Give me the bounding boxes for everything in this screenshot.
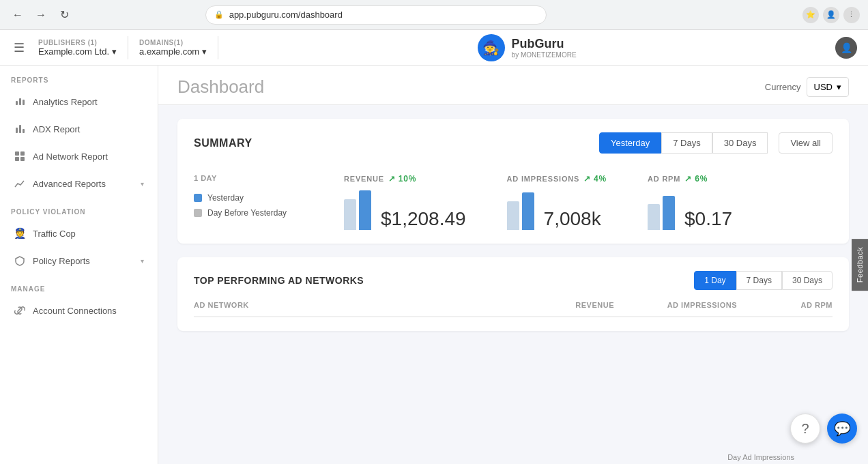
view-all-button[interactable]: View all (779, 132, 833, 154)
logo-container: 🧙 PubGuru by MONETIZEMORE (478, 34, 577, 61)
sidebar-item-policy-reports[interactable]: Policy Reports ▾ (3, 248, 155, 274)
top-performing-tabs: 1 Day 7 Days 30 Days (694, 271, 833, 290)
publisher-block: PUBLISHERS (1) Example.com Ltd. ▾ (27, 36, 128, 59)
extensions-button[interactable]: ⭐ (802, 7, 819, 23)
logo-center: 🧙 PubGuru by MONETIZEMORE (218, 34, 835, 61)
adx-report-label: ADX Report (33, 124, 144, 134)
revenue-bars (344, 189, 371, 230)
sidebar-item-adx-report[interactable]: ADX Report (3, 116, 155, 142)
address-bar[interactable]: 🔒 app.pubguru.com/dashboard (205, 5, 547, 25)
advanced-reports-label: Advanced Reports (33, 179, 134, 189)
sidebar-item-advanced-reports[interactable]: Advanced Reports ▾ (3, 171, 155, 197)
ad-impressions-bar-curr (522, 192, 534, 230)
currency-section: Currency USD ▾ (765, 77, 849, 97)
adx-icon (14, 123, 26, 135)
summary-controls: Yesterday 7 Days 30 Days View all (599, 132, 833, 154)
url-text: app.pubguru.com/dashboard (229, 10, 343, 20)
help-button[interactable]: ? (790, 414, 820, 444)
top-performing-header: TOP PERFORMING AD NETWORKS 1 Day 7 Days … (194, 271, 833, 290)
logo-name: PubGuru (512, 37, 564, 51)
hamburger-button[interactable]: ☰ (11, 38, 27, 58)
top-tab-7days[interactable]: 7 Days (736, 271, 782, 290)
browser-actions: ⭐ 👤 ⋮ (802, 7, 860, 23)
publisher-name-dropdown[interactable]: Example.com Ltd. ▾ (38, 46, 117, 57)
sidebar-item-ad-network-report[interactable]: Ad Network Report (3, 143, 155, 169)
sidebar-item-traffic-cop[interactable]: 👮 Traffic Cop (3, 220, 155, 246)
ad-impressions-bar-prev (507, 201, 519, 230)
revenue-trend: ↗ 10% (388, 174, 416, 184)
grid-icon (14, 150, 26, 162)
main-content: Dashboard Currency USD ▾ SUMMARY Yesterd… (158, 66, 868, 464)
legend-yesterday-label: Yesterday (207, 193, 244, 203)
period-label: 1 DAY (194, 174, 344, 182)
table-header: Ad Network Revenue Ad Impressions Ad RPM (194, 301, 833, 317)
day-ad-impressions-label: Day Ad Impressions (722, 450, 800, 464)
legend-dot-day-before (194, 209, 202, 217)
domain-name-dropdown[interactable]: a.example.com ▾ (139, 46, 207, 57)
avatar-button[interactable]: 👤 (835, 37, 857, 59)
menu-button[interactable]: ⋮ (843, 7, 860, 23)
refresh-button[interactable]: ↻ (55, 5, 74, 25)
link-icon (14, 304, 26, 317)
col-ad-rpm: Ad RPM (737, 301, 833, 309)
sidebar-item-account-connections[interactable]: Account Connections (3, 298, 155, 323)
ad-impressions-bars (507, 189, 534, 230)
metric-ad-rpm: AD RPM ↗ 6% $0.17 (648, 174, 732, 230)
chevron-down-icon: ▾ (112, 46, 117, 57)
chevron-down-icon: ▾ (202, 46, 207, 57)
summary-legend: 1 DAY Yesterday Day Before Yesterday (194, 167, 344, 230)
summary-header: SUMMARY Yesterday 7 Days 30 Days View al… (194, 132, 833, 154)
revenue-value-row: $1,208.49 (344, 189, 466, 230)
shield-icon (14, 255, 26, 267)
analytics-report-label: Analytics Report (33, 97, 144, 107)
ad-rpm-value-row: $0.17 (648, 189, 732, 230)
top-performing-title: TOP PERFORMING AD NETWORKS (194, 275, 364, 286)
ad-impressions-value: 7,008k (544, 208, 601, 230)
header-right: 👤 (835, 37, 857, 59)
feedback-tab[interactable]: Feedback (852, 239, 868, 291)
browser-bar: ← → ↻ 🔒 app.pubguru.com/dashboard ⭐ 👤 ⋮ (0, 0, 868, 30)
chevron-down-icon: ▾ (141, 257, 144, 265)
domains-label: DOMAINS(1) (139, 39, 207, 46)
legend-day-before-label: Day Before Yesterday (207, 208, 287, 218)
col-revenue: Revenue (505, 301, 614, 309)
ad-rpm-trend: ↗ 6% (684, 174, 708, 184)
account-connections-label: Account Connections (33, 306, 144, 316)
page-title: Dashboard (177, 76, 264, 98)
domain-block: DOMAINS(1) a.example.com ▾ (128, 36, 218, 59)
svg-rect-0 (15, 151, 19, 156)
publishers-label: PUBLISHERS (1) (38, 39, 117, 46)
help-icon: ? (801, 421, 809, 437)
top-tab-1day[interactable]: 1 Day (694, 271, 736, 290)
tab-30days[interactable]: 30 Days (712, 132, 768, 154)
chart-icon (14, 177, 26, 190)
sidebar-item-analytics-report[interactable]: Analytics Report (3, 89, 155, 115)
legend-day-before: Day Before Yesterday (194, 208, 344, 218)
metric-ad-impressions: AD IMPRESSIONS ↗ 4% 7,008k (507, 174, 607, 230)
summary-tabs: Yesterday 7 Days 30 Days (599, 132, 774, 154)
top-tab-30days[interactable]: 30 Days (782, 271, 833, 290)
page-header: Dashboard Currency USD ▾ (158, 66, 868, 105)
col-ad-network: Ad Network (194, 301, 505, 309)
app-header: ☰ PUBLISHERS (1) Example.com Ltd. ▾ DOMA… (0, 30, 868, 66)
policy-section-label: POLICY VIOLATION (0, 197, 158, 220)
ad-impressions-value-row: 7,008k (507, 189, 607, 230)
chat-button[interactable]: 💬 (827, 414, 857, 444)
currency-dropdown[interactable]: USD ▾ (807, 77, 849, 97)
browser-nav-buttons: ← → ↻ (8, 5, 74, 25)
revenue-label: REVENUE ↗ 10% (344, 174, 466, 184)
tab-yesterday[interactable]: Yesterday (599, 132, 661, 154)
ad-rpm-bar-prev (648, 204, 660, 230)
forward-button[interactable]: → (31, 5, 50, 25)
summary-content: 1 DAY Yesterday Day Before Yesterday (194, 167, 833, 230)
revenue-bar-prev (344, 199, 356, 230)
policy-reports-label: Policy Reports (33, 256, 134, 266)
profile-button[interactable]: 👤 (823, 7, 839, 23)
tab-7days[interactable]: 7 Days (661, 132, 712, 154)
currency-label: Currency (765, 82, 801, 92)
back-button[interactable]: ← (8, 5, 27, 25)
bar-chart-icon (14, 96, 26, 108)
ad-rpm-bar-curr (663, 196, 675, 230)
logo-subtitle: by MONETIZEMORE (512, 51, 577, 59)
ad-rpm-value: $0.17 (684, 208, 732, 230)
